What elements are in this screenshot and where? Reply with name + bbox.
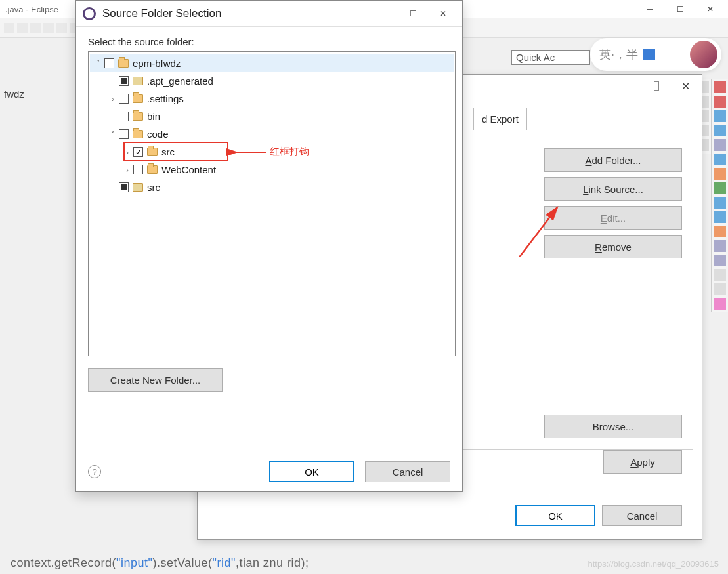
code-line: context.getRecord("input").setValue("rid… (11, 556, 309, 570)
eclipse-window-controls: ─ ☐ ✕ (635, 0, 725, 18)
close-button[interactable]: ✕ (428, 3, 458, 25)
collapse-icon[interactable]: ˅ (108, 130, 118, 138)
select-source-label: Select the source folder: (88, 36, 450, 47)
source-folder-selection-dialog: Source Folder Selection ☐ ✕ Select the s… (75, 0, 463, 492)
toolbar-icon[interactable] (4, 23, 14, 33)
tree-item-label: src (161, 146, 175, 157)
eclipse-title-text: .java - Eclipse (5, 5, 58, 14)
view-icon[interactable] (714, 96, 726, 108)
checkbox[interactable] (119, 76, 129, 86)
apply-button[interactable]: Apply (603, 450, 682, 474)
tree-item-label: epm-bfwdz (133, 58, 181, 69)
close-button[interactable]: ✕ (695, 0, 725, 18)
checkbox[interactable] (133, 165, 143, 174)
ok-button[interactable]: OK (269, 461, 354, 482)
dialog-buttons: OK Cancel (515, 505, 682, 526)
view-icon[interactable] (714, 240, 726, 252)
view-icon[interactable] (714, 255, 726, 266)
annotation-label: 红框打钩 (233, 146, 309, 158)
view-icon[interactable] (714, 211, 726, 223)
add-folder-button[interactable]: Add Folder... (544, 148, 682, 172)
browse-button[interactable]: Browse... (544, 415, 682, 438)
badge-text: 英·，半 (599, 47, 638, 62)
toolbar-icon[interactable] (56, 23, 67, 33)
expand-icon[interactable]: › (123, 166, 132, 174)
toolbar-icon[interactable] (30, 23, 41, 33)
toolbar-icon[interactable] (17, 23, 28, 33)
tree-row[interactable]: ˅epm-bfwdz (90, 54, 454, 72)
checkbox[interactable] (119, 182, 129, 192)
window-controls: ☐ ✕ (398, 3, 458, 25)
folder-icon (147, 165, 158, 174)
tree-row[interactable]: ˅code (90, 125, 454, 143)
view-icon[interactable] (714, 81, 726, 93)
dialog-footer: ? OK Cancel (88, 461, 450, 482)
tshirt-icon (643, 49, 655, 60)
checkbox[interactable] (133, 147, 143, 157)
checkbox[interactable] (104, 58, 114, 68)
view-icon[interactable] (714, 125, 726, 136)
overlay-badge: 英·，半 (590, 38, 721, 71)
folder-icon (133, 130, 143, 138)
maximize-button[interactable]: ☐ (665, 0, 695, 18)
view-icon[interactable] (714, 110, 726, 122)
tree-row[interactable]: src (90, 178, 454, 196)
tree-row[interactable]: ›WebContent (90, 161, 454, 178)
view-icon[interactable] (714, 182, 726, 194)
view-icon[interactable] (714, 226, 726, 237)
dialog-title: Source Folder Selection (102, 7, 398, 20)
create-new-folder-button[interactable]: Create New Folder... (88, 368, 223, 392)
avatar-icon (690, 41, 717, 68)
view-icon[interactable] (714, 197, 726, 209)
folder-icon (133, 183, 143, 192)
folder-icon (133, 94, 143, 103)
tree-item-label: .apt_generated (147, 75, 213, 87)
cancel-button[interactable]: Cancel (365, 461, 450, 482)
source-buttons: Add Folder... Link Source... Edit... Rem… (544, 148, 682, 258)
tree-row[interactable]: bin (90, 108, 454, 125)
app-icon (83, 7, 96, 20)
tree-item-label: src (147, 182, 160, 193)
minimize-button[interactable]: ─ (635, 0, 665, 18)
tree-row[interactable]: ›.settings (90, 90, 454, 108)
maximize-button[interactable] (644, 77, 669, 94)
tree-item-label: .settings (147, 93, 184, 104)
edit-button: Edit... (544, 206, 682, 230)
cancel-button[interactable]: Cancel (602, 505, 682, 526)
close-button[interactable]: ✕ (673, 77, 698, 94)
expand-icon[interactable]: › (123, 148, 132, 156)
collapse-icon[interactable]: ˅ (94, 59, 103, 68)
view-icon[interactable] (714, 139, 726, 151)
view-icon[interactable] (714, 168, 726, 180)
checkbox[interactable] (119, 94, 129, 104)
toolbar-icon[interactable] (43, 23, 54, 33)
maximize-button[interactable]: ☐ (398, 3, 428, 25)
view-icon[interactable] (714, 298, 726, 310)
tree-item-label: code (147, 129, 169, 140)
sfs-titlebar: Source Folder Selection ☐ ✕ (76, 1, 462, 27)
watermark: https://blog.csdn.net/qq_20093615 (588, 559, 719, 569)
quick-access-input[interactable]: Quick Ac (511, 50, 590, 65)
help-icon[interactable]: ? (88, 465, 101, 478)
folder-icon (118, 59, 129, 68)
folder-icon (133, 77, 143, 85)
view-icon[interactable] (714, 283, 726, 295)
tab-order-export[interactable]: d Export (473, 108, 527, 130)
tree-row[interactable]: .apt_generated (90, 72, 454, 90)
tree-item-label: bin (147, 111, 160, 122)
link-source-button[interactable]: Link Source... (544, 177, 682, 201)
remove-button[interactable]: Remove (544, 235, 682, 258)
folder-tree[interactable]: ˅epm-bfwdz.apt_generated›.settingsbin˅co… (88, 51, 456, 356)
ok-button[interactable]: OK (515, 505, 595, 526)
side-editor-label: fwdz (4, 89, 24, 100)
checkbox[interactable] (119, 129, 129, 139)
view-toolbar-far-right (711, 79, 728, 312)
folder-icon (133, 112, 143, 121)
folder-icon (147, 148, 158, 156)
tree-item-label: WebContent (161, 164, 216, 175)
checkbox[interactable] (119, 112, 129, 121)
expand-icon[interactable]: › (108, 95, 118, 103)
view-icon[interactable] (714, 154, 726, 165)
view-icon[interactable] (714, 269, 726, 281)
